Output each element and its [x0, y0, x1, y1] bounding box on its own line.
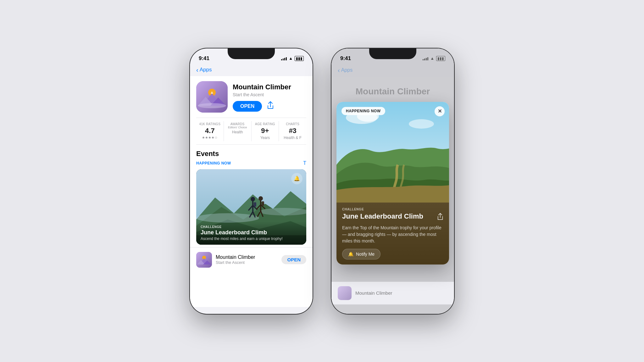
- svg-point-6: [198, 103, 226, 108]
- back-label-1: Apps: [200, 67, 212, 73]
- chevron-left-icon: ‹: [196, 67, 198, 73]
- event-card[interactable]: 🔔 CHALLENGE June Leaderboard Climb Ascen…: [196, 169, 306, 245]
- event-popup: HAPPENING NOW ✕ CHALLENGE June Leaderboa…: [336, 102, 449, 265]
- phone2-screen: 9:41 ▲ ▮▮▮ ‹: [331, 48, 454, 314]
- app-actions: OPEN: [233, 101, 306, 112]
- age-sub: Years: [252, 136, 279, 140]
- event-type: CHALLENGE: [201, 225, 302, 229]
- nav-bar-1: ‹ Apps: [190, 64, 313, 76]
- battery-icon: ▮▮▮: [295, 56, 304, 61]
- notch1: [228, 48, 275, 59]
- charts-label: CHARTS: [279, 122, 306, 126]
- mini-open-button[interactable]: OPEN: [281, 255, 306, 264]
- mini-app-card: Mountain Climber Start the Ascent OPEN: [190, 247, 313, 272]
- hikers-illustration: [242, 194, 273, 220]
- share-button[interactable]: [267, 101, 274, 111]
- editors-choice: Editors' Choice: [224, 126, 251, 130]
- mini-info: Mountain Climber Start the Ascent: [216, 254, 278, 265]
- charts-value: #3: [279, 127, 306, 135]
- ratings-row: 41K RATINGS 4.7 ★★★★☆ AWARDS Editors' Ch…: [196, 118, 306, 145]
- popup-title-row: June Leaderboard Climb: [342, 212, 443, 222]
- scene: 9:41 ▲ ▮▮▮ ‹ Apps: [190, 48, 454, 314]
- open-button[interactable]: OPEN: [233, 101, 262, 112]
- app-subtitle: Start the Ascent: [233, 92, 306, 97]
- svg-point-21: [258, 196, 263, 201]
- app-name: Mountain Climber: [233, 83, 306, 91]
- age-label: AGE RATING: [252, 122, 279, 126]
- notification-button[interactable]: 🔔: [291, 173, 303, 184]
- time-1: 9:41: [199, 55, 209, 62]
- back-button-1[interactable]: ‹ Apps: [196, 67, 306, 73]
- mini-icon-2: [338, 286, 352, 300]
- event-name: June Leaderboard Climb: [201, 229, 302, 236]
- mini-name-2: Mountain Climber: [355, 290, 392, 296]
- svg-line-18: [250, 212, 253, 217]
- mini-app-subtitle: Start the Ascent: [216, 260, 278, 265]
- bell-icon: 🔔: [294, 175, 300, 181]
- svg-point-36: [409, 119, 434, 129]
- charts-sub: Health & F: [279, 136, 306, 140]
- svg-line-25: [258, 211, 261, 216]
- notch2: [369, 48, 416, 59]
- mini-app-name: Mountain Climber: [216, 254, 278, 260]
- popup-type: CHALLENGE: [342, 208, 443, 211]
- awards-label: AWARDS: [224, 122, 251, 126]
- status-icons-1: ▲ ▮▮▮: [281, 56, 304, 61]
- stars: ★★★★☆: [196, 136, 224, 140]
- event-info: CHALLENGE June Leaderboard Climb Ascend …: [196, 221, 306, 245]
- signal-icon: [281, 57, 287, 60]
- popup-info: CHALLENGE June Leaderboard Climb Earn th…: [336, 203, 449, 265]
- event-desc: Ascend the most miles and earn a unique …: [201, 237, 302, 241]
- svg-rect-27: [262, 201, 264, 206]
- notify-button-label: Notify Me: [356, 252, 375, 257]
- rating-item-charts: CHARTS #3 Health & F: [279, 121, 306, 141]
- popup-happening-now-badge: HAPPENING NOW: [341, 107, 385, 115]
- svg-rect-20: [254, 202, 256, 207]
- popup-desc: Earn the Top of the Mountain trophy for …: [342, 225, 443, 244]
- phone1: 9:41 ▲ ▮▮▮ ‹ Apps: [190, 48, 313, 314]
- notify-me-button[interactable]: 🔔 Notify Me: [342, 249, 380, 259]
- phone1-screen: 9:41 ▲ ▮▮▮ ‹ Apps: [190, 48, 313, 314]
- svg-line-19: [253, 212, 255, 217]
- rating-item-awards: AWARDS Editors' Choice Health: [224, 121, 252, 141]
- svg-line-26: [261, 211, 263, 216]
- bottom-app-card-2: Mountain Climber: [331, 282, 454, 304]
- phone2: 9:41 ▲ ▮▮▮ ‹: [331, 48, 454, 314]
- app-header: Mountain Climber Start the Ascent OPEN: [190, 76, 313, 118]
- popup-share-button[interactable]: [437, 213, 443, 222]
- popup-image: HAPPENING NOW ✕: [336, 102, 449, 203]
- bell-icon-popup: 🔔: [348, 252, 353, 257]
- events-header: Events: [196, 150, 306, 158]
- rating-item-ratings: 41K RATINGS 4.7 ★★★★☆: [196, 121, 224, 141]
- see-all[interactable]: T: [303, 160, 306, 166]
- events-title: Events: [196, 150, 219, 158]
- popup-title: June Leaderboard Climb: [342, 212, 437, 220]
- app-info: Mountain Climber Start the Ascent OPEN: [233, 81, 306, 112]
- rating-item-age: AGE RATING 9+ Years: [252, 121, 279, 141]
- ratings-value: 4.7: [196, 127, 224, 135]
- awards-sub: Health: [224, 130, 251, 134]
- svg-point-14: [251, 197, 255, 201]
- popup-close-button[interactable]: ✕: [435, 106, 445, 116]
- happening-now-badge: HAPPENING NOW: [196, 161, 231, 165]
- ratings-label: 41K RATINGS: [196, 122, 224, 126]
- wifi-icon: ▲: [289, 56, 293, 61]
- mini-info-2: Mountain Climber: [355, 290, 392, 296]
- app-icon: [196, 81, 228, 113]
- events-section: Events HAPPENING NOW T: [190, 145, 313, 247]
- mini-app-icon: [196, 252, 212, 268]
- screen-content-1: Mountain Climber Start the Ascent OPEN: [190, 76, 313, 307]
- age-value: 9+: [252, 127, 279, 135]
